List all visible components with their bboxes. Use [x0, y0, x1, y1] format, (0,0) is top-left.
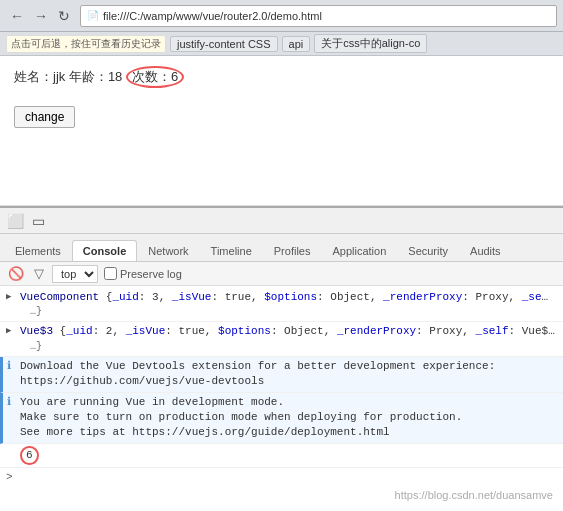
tab-security[interactable]: Security [397, 240, 459, 261]
page-content: 姓名：jjk 年龄：18 次数：6 change [0, 56, 563, 206]
tab-elements[interactable]: Elements [4, 240, 72, 261]
browser-toolbar: ← → ↻ 📄 file:///C:/wamp/www/vue/router2.… [0, 0, 563, 32]
count-highlighted: 次数：6 [126, 66, 184, 88]
preserve-log-label[interactable]: Preserve log [104, 267, 182, 280]
console-entry-0-text: VueComponent {_uid: 3, _isVue: true, $op… [20, 291, 548, 303]
tab-timeline[interactable]: Timeline [200, 240, 263, 261]
refresh-button[interactable]: ↻ [54, 6, 74, 26]
console-prompt[interactable]: > [0, 468, 563, 486]
tab-network[interactable]: Network [137, 240, 199, 261]
bookmark-item-0[interactable]: justify-content CSS [170, 36, 278, 52]
console-entry-2-text: Download the Vue Devtools extension for … [20, 360, 495, 387]
devtools-tabs: Elements Console Network Timeline Profil… [0, 234, 563, 262]
bookmarks-bar: 点击可后退，按住可查看历史记录 justify-content CSS api … [0, 32, 563, 56]
console-entry-0: VueComponent {_uid: 3, _isVue: true, $op… [0, 288, 563, 322]
bookmark-item-1[interactable]: api [282, 36, 311, 52]
address-bar[interactable]: 📄 file:///C:/wamp/www/vue/router2.0/demo… [80, 5, 557, 27]
console-prompt-symbol: > [6, 471, 13, 483]
console-entry-1-expand: …} [20, 340, 557, 354]
console-clear-button[interactable]: 🚫 [6, 266, 26, 281]
tab-application[interactable]: Application [321, 240, 397, 261]
console-number-highlighted: 6 [20, 446, 39, 465]
name-age-text: 姓名：jjk 年龄：18 [14, 69, 126, 84]
tab-console[interactable]: Console [72, 240, 137, 261]
devtools-pointer-icon[interactable]: ⬜ [4, 211, 27, 231]
devtools-toolbar: ⬜ ▭ [0, 208, 563, 234]
console-entry-2: ℹ Download the Vue Devtools extension fo… [0, 357, 563, 393]
page-info-line: 姓名：jjk 年龄：18 次数：6 [14, 66, 549, 88]
change-button[interactable]: change [14, 106, 75, 128]
address-text: file:///C:/wamp/www/vue/router2.0/demo.h… [103, 10, 550, 22]
console-filter-button[interactable]: ▽ [32, 266, 46, 281]
console-output: VueComponent {_uid: 3, _isVue: true, $op… [0, 286, 563, 509]
console-entry-1-text: Vue$3 {_uid: 2, _isVue: true, $options: … [20, 325, 555, 337]
page-icon: 📄 [87, 10, 99, 21]
console-toolbar: 🚫 ▽ top Preserve log [0, 262, 563, 286]
nav-buttons: ← → ↻ [6, 6, 74, 26]
info-icon-0: ℹ [7, 359, 11, 374]
console-entry-0-expand: …} [20, 305, 557, 319]
console-entry-3-text: You are running Vue in development mode.… [20, 396, 462, 439]
devtools-console-icon[interactable]: ▭ [29, 211, 48, 231]
tab-profiles[interactable]: Profiles [263, 240, 322, 261]
preserve-log-checkbox[interactable] [104, 267, 117, 280]
console-context-select[interactable]: top [52, 265, 98, 283]
preserve-log-text: Preserve log [120, 268, 182, 280]
bookmark-item-2[interactable]: 关于css中的align-co [314, 34, 427, 53]
devtools-panel: ⬜ ▭ Elements Console Network Timeline Pr… [0, 206, 563, 509]
back-button[interactable]: ← [6, 7, 28, 25]
console-entry-3: ℹ You are running Vue in development mod… [0, 393, 563, 444]
console-entry-4: 6 [0, 444, 563, 468]
console-entry-1: Vue$3 {_uid: 2, _isVue: true, $options: … [0, 322, 563, 356]
bookmark-tooltip: 点击可后退，按住可查看历史记录 [6, 35, 166, 53]
info-icon-1: ℹ [7, 395, 11, 410]
forward-button[interactable]: → [30, 7, 52, 25]
browser-window: ← → ↻ 📄 file:///C:/wamp/www/vue/router2.… [0, 0, 563, 511]
tab-audits[interactable]: Audits [459, 240, 512, 261]
